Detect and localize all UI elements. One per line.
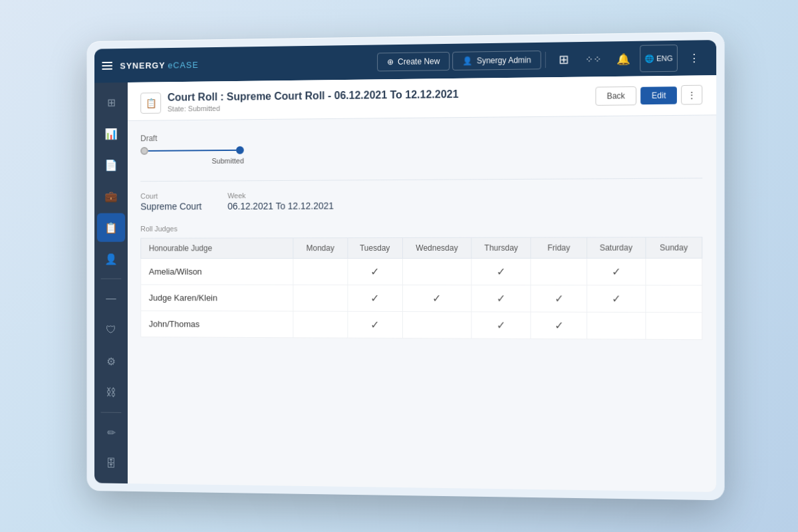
- screen-inner: SYNERGY eCASE ⊕ Create New 👤 Synergy Adm…: [94, 40, 716, 492]
- logo-synergy: SYNERGY: [120, 60, 165, 70]
- app-logo: SYNERGY eCASE: [102, 60, 199, 71]
- shield-icon: 🛡: [106, 324, 116, 336]
- sidebar-item-courtroll[interactable]: 📋: [97, 213, 125, 241]
- roll-judges-label: Roll Judges: [140, 223, 702, 233]
- sidebar-divider-1: [101, 279, 122, 279]
- cell-thursday-0: ✓: [471, 258, 531, 285]
- globe-icon: 🌐: [645, 54, 654, 63]
- more-nav-icon[interactable]: ⋮: [680, 44, 708, 71]
- cell-friday-1: ✓: [531, 285, 587, 313]
- lang-btn[interactable]: 🌐 ENG: [640, 45, 678, 72]
- cell-saturday-1: ✓: [587, 285, 645, 313]
- nav-actions: ⊕ Create New 👤 Synergy Admin ⊞ ⁘⁘ 🔔 🌐 EN…: [377, 44, 708, 75]
- create-new-label: Create New: [398, 57, 440, 66]
- timeline-line: [148, 150, 236, 152]
- sidebar-item-network[interactable]: ⛓: [97, 378, 125, 408]
- sidebar-item-database[interactable]: 🗄: [97, 449, 125, 478]
- cell-tuesday-2: ✓: [347, 311, 402, 338]
- user-icon: 👤: [463, 56, 473, 65]
- page-header: 📋 Court Roll : Supreme Court Roll - 06.1…: [128, 75, 716, 121]
- page-body: Draft Submitted: [128, 115, 716, 492]
- edit-button[interactable]: Edit: [641, 86, 677, 104]
- page-title-section: 📋 Court Roll : Supreme Court Roll - 06.1…: [140, 88, 458, 114]
- header-sunday: Sunday: [646, 237, 702, 259]
- cell-wednesday-1: ✓: [402, 285, 471, 312]
- more-options-button[interactable]: ⋮: [681, 85, 702, 105]
- document-icon: 📄: [104, 159, 117, 172]
- header-saturday: Saturday: [587, 237, 645, 259]
- grid-icon-btn[interactable]: ⊞: [550, 46, 577, 73]
- edit-icon: ✏: [107, 426, 115, 439]
- week-field: Week 06.12.2021 To 12.12.2021: [227, 191, 334, 211]
- admin-label: Synergy Admin: [477, 55, 531, 65]
- book-icon: —: [106, 293, 116, 305]
- sidebar-divider-2: [101, 412, 122, 413]
- judge-name-cell: Amelia/Wilson: [141, 259, 293, 285]
- main-layout: ⊞ 📊 📄 💼 📋 👤 —: [94, 75, 716, 492]
- cell-friday-0: [531, 258, 587, 285]
- back-button[interactable]: Back: [595, 86, 636, 105]
- header-tuesday: Tuesday: [347, 237, 402, 258]
- create-new-button[interactable]: ⊕ Create New: [377, 52, 450, 71]
- nav-divider: [545, 52, 546, 68]
- timeline-label-submitted: Submitted: [211, 157, 243, 165]
- sidebar-item-records[interactable]: —: [97, 284, 125, 313]
- judges-table-header: Honourable Judge Monday Tuesday Wednesda…: [141, 237, 702, 259]
- network-icon: ⛓: [106, 386, 116, 398]
- bell-icon-btn[interactable]: 🔔: [610, 45, 637, 72]
- lang-label: ENG: [656, 54, 673, 63]
- timeline-track: [140, 146, 243, 155]
- person-icon: 👤: [104, 253, 117, 265]
- draft-label: Draft: [140, 129, 702, 143]
- cell-tuesday-1: ✓: [347, 285, 402, 311]
- judge-name-cell: John/Thomas: [141, 311, 293, 337]
- screen-wrapper: SYNERGY eCASE ⊕ Create New 👤 Synergy Adm…: [86, 32, 724, 501]
- cell-friday-2: ✓: [531, 312, 587, 339]
- sidebar-item-cases[interactable]: 💼: [97, 182, 125, 210]
- header-thursday: Thursday: [471, 237, 531, 258]
- court-label: Court: [140, 192, 201, 200]
- state-value: Submitted: [188, 104, 220, 112]
- gear-icon: ⚙: [106, 355, 115, 368]
- timeline-dot-submitted: [236, 146, 244, 154]
- header-friday: Friday: [531, 237, 587, 258]
- cell-monday-2: [293, 311, 347, 338]
- sidebar-item-dashboard[interactable]: ⊞: [97, 88, 125, 117]
- chart-icon: 📊: [104, 127, 117, 140]
- main-content: 📋 Court Roll : Supreme Court Roll - 06.1…: [128, 75, 716, 492]
- court-field: Court Supreme Court: [140, 192, 201, 211]
- cell-wednesday-0: [402, 258, 471, 285]
- cell-monday-1: [293, 285, 347, 311]
- header-wednesday: Wednesday: [402, 237, 471, 258]
- sidebar-item-settings[interactable]: ⚙: [97, 347, 125, 376]
- sidebar-item-persons[interactable]: 👤: [97, 245, 125, 273]
- page-actions: Back Edit ⋮: [595, 85, 702, 106]
- menu-icon[interactable]: [102, 62, 112, 70]
- cell-monday-0: [293, 259, 347, 285]
- sidebar: ⊞ 📊 📄 💼 📋 👤 —: [94, 82, 128, 483]
- cell-sunday-2: [646, 313, 702, 340]
- timeline-dot-draft: [140, 147, 148, 155]
- header-judge: Honourable Judge: [141, 238, 293, 259]
- sidebar-item-analytics[interactable]: 📊: [97, 119, 125, 148]
- status-timeline: Draft Submitted: [140, 129, 702, 166]
- sidebar-item-security[interactable]: 🛡: [97, 315, 125, 344]
- admin-button[interactable]: 👤 Synergy Admin: [453, 51, 541, 70]
- cell-saturday-2: [587, 312, 645, 339]
- plus-circle-icon: ⊕: [387, 57, 394, 66]
- judges-table: Honourable Judge Monday Tuesday Wednesda…: [140, 237, 702, 340]
- logo-ecase: eCASE: [168, 60, 198, 70]
- table-row: John/Thomas✓✓✓: [141, 311, 702, 339]
- form-row-main: Court Supreme Court Week 06.12.2021 To 1…: [140, 190, 702, 212]
- sidebar-item-edit[interactable]: ✏: [97, 418, 125, 447]
- header-row: Honourable Judge Monday Tuesday Wednesda…: [141, 237, 702, 259]
- cell-saturday-0: ✓: [587, 258, 645, 285]
- sidebar-item-documents[interactable]: 📄: [97, 150, 125, 179]
- state-label: State:: [168, 104, 186, 112]
- cell-tuesday-0: ✓: [347, 258, 402, 285]
- apps-icon-btn[interactable]: ⁘⁘: [580, 46, 607, 73]
- dashboard-icon: ⊞: [107, 96, 115, 108]
- table-icon: 📋: [104, 221, 117, 234]
- week-label: Week: [227, 191, 334, 200]
- cell-sunday-1: [646, 285, 702, 313]
